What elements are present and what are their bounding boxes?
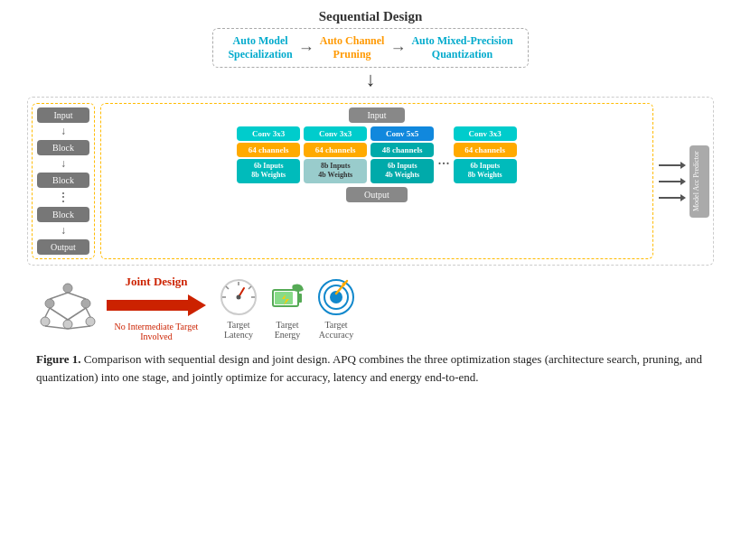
predictor-label: Model Acc Predictor <box>689 145 709 218</box>
conv-box-2: Conv 3x3 <box>304 126 367 141</box>
svg-line-18 <box>249 286 251 289</box>
left-block-1: Block <box>37 140 89 155</box>
target-accuracy: TargetAccuracy <box>316 277 356 340</box>
step-auto-model: Auto Model Specialization <box>228 34 292 61</box>
bits-1: 6b Inputs8b Weights <box>237 159 300 183</box>
conv-col-3: Conv 5x5 48 channels 6b Inputs4b Weights <box>370 126 434 183</box>
conv-col-1: Conv 3x3 64 channels 6b Inputs8b Weights <box>237 126 300 183</box>
joint-design-label: Joint Design <box>126 275 188 289</box>
target-latency: TargetLatency <box>219 277 258 340</box>
step-auto-model-line1: Auto Model <box>228 34 292 48</box>
sequential-steps: Auto Model Specialization → Auto Channel… <box>212 28 528 68</box>
speedometer-icon <box>219 277 258 317</box>
caption-section: Figure 1. Comparison with sequential des… <box>27 345 714 386</box>
left-arrow-1: ↓ <box>61 125 66 138</box>
channels-3: 48 channels <box>370 143 434 157</box>
target-energy: TargetEnergy <box>267 277 307 340</box>
bottom-section: Joint Design No Intermediate TargetInvol… <box>27 271 714 345</box>
left-block-2: Block <box>37 173 89 188</box>
arrow-1: → <box>298 39 314 58</box>
step-quant-line2: Quantization <box>411 48 512 61</box>
right-predictor: Model Acc Predictor <box>659 103 709 259</box>
left-model: Input ↓ Block ↓ Block ⋮ Block ↓ Output <box>32 103 95 259</box>
joint-arrow-svg <box>107 291 206 320</box>
svg-line-6 <box>50 293 68 299</box>
predictor-inner: Model Acc Predictor <box>659 145 709 218</box>
svg-line-17 <box>226 286 229 289</box>
target-icon <box>316 277 356 317</box>
bits-3: 6b Inputs4b Weights <box>370 159 434 183</box>
step-quant-line1: Auto Mixed-Precision <box>411 34 512 48</box>
step-channel-line1: Auto Channel <box>320 34 385 48</box>
center-model: Input Conv 3x3 64 channels 6b Inputs8b W… <box>100 103 653 259</box>
svg-line-7 <box>68 293 86 299</box>
arrow-2: → <box>389 39 406 58</box>
svg-point-0 <box>63 284 72 293</box>
svg-point-4 <box>63 320 72 329</box>
svg-point-2 <box>81 299 90 308</box>
down-arrow-main: ↓ <box>366 70 376 89</box>
svg-line-10 <box>68 308 86 320</box>
bits-4: 6b Inputs8b Weights <box>454 159 517 183</box>
svg-marker-14 <box>107 294 206 316</box>
svg-line-9 <box>50 308 68 320</box>
svg-point-1 <box>45 299 54 308</box>
left-dots: ⋮ <box>57 190 70 205</box>
center-input: Input <box>349 107 404 123</box>
svg-point-3 <box>41 317 50 326</box>
left-output: Output <box>37 239 89 255</box>
svg-point-22 <box>237 294 241 299</box>
joint-sub-label: No Intermediate TargetInvolved <box>115 322 199 341</box>
left-arrow-3: ↓ <box>61 224 66 238</box>
sequential-title: Sequential Design <box>319 9 423 24</box>
conv-col-2: Conv 3x3 64 channels 8b Inputs4b Weights <box>304 126 367 183</box>
predictor-arrows <box>659 162 686 201</box>
diagram-section: Input ↓ Block ↓ Block ⋮ Block ↓ Output I… <box>27 97 714 266</box>
caption-figure-num: Figure 1. <box>36 352 81 366</box>
center-output: Output <box>346 187 408 202</box>
conv-col-4: Conv 3x3 64 channels 6b Inputs8b Weights <box>454 126 517 183</box>
main-container: Sequential Design Auto Model Specializat… <box>0 0 741 395</box>
target-icons: TargetLatency TargetEnergy <box>219 277 356 340</box>
sequential-section: Sequential Design Auto Model Specializat… <box>27 9 714 91</box>
step-channel-pruning: Auto Channel Pruning <box>320 34 385 61</box>
joint-design-container: Joint Design No Intermediate TargetInvol… <box>107 275 206 341</box>
left-input: Input <box>37 107 89 123</box>
left-block-3: Block <box>37 207 89 222</box>
caption-text: Comparison with sequential design and jo… <box>36 352 702 384</box>
step-auto-model-line2: Specialization <box>228 48 292 61</box>
battery-icon <box>267 277 307 317</box>
latency-label: TargetLatency <box>224 320 253 340</box>
channels-4: 64 channels <box>454 143 517 157</box>
channels-2: 64 channels <box>304 143 367 157</box>
conv-box-3: Conv 5x5 <box>370 126 434 141</box>
energy-label: TargetEnergy <box>275 320 301 340</box>
bits-2: 8b Inputs4b Weights <box>304 159 367 183</box>
conv-dots: ··· <box>437 136 450 173</box>
conv-box-4: Conv 3x3 <box>454 126 517 141</box>
step-channel-line2: Pruning <box>320 48 385 61</box>
svg-rect-24 <box>298 294 302 303</box>
svg-line-11 <box>86 308 90 317</box>
network-graph <box>36 281 99 335</box>
step-quantization: Auto Mixed-Precision Quantization <box>411 34 512 61</box>
conv-row: Conv 3x3 64 channels 6b Inputs8b Weights… <box>108 126 645 183</box>
svg-line-8 <box>45 308 50 317</box>
svg-point-5 <box>86 317 95 326</box>
channels-1: 64 channels <box>237 143 300 157</box>
conv-box-1: Conv 3x3 <box>237 126 300 141</box>
accuracy-label: TargetAccuracy <box>319 320 353 340</box>
left-arrow-2: ↓ <box>61 157 66 171</box>
